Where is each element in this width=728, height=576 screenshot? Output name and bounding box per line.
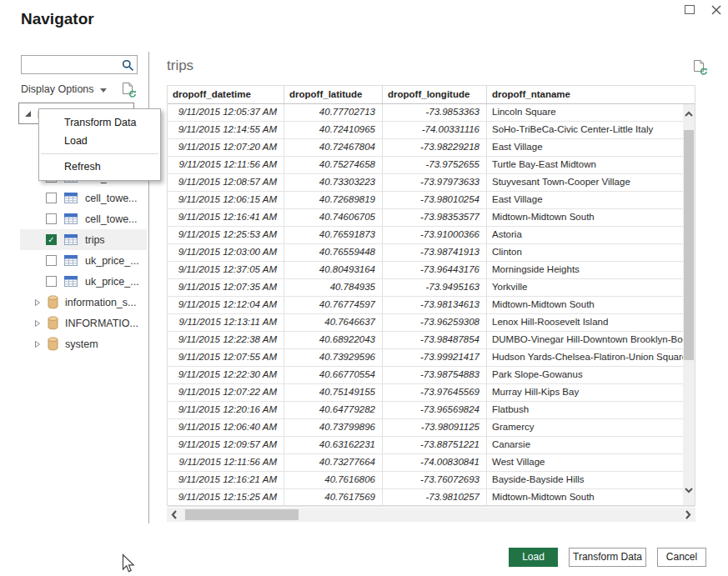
close-icon[interactable] (710, 3, 723, 17)
search-box[interactable] (21, 55, 138, 74)
vertical-scrollbar[interactable] (683, 104, 695, 505)
transform-data-button[interactable]: Transform Data (569, 548, 646, 567)
column-header-dropoff_latitude[interactable]: dropoff_latitude (284, 86, 383, 103)
column-header-dropoff_ntaname[interactable]: dropoff_ntaname (487, 86, 695, 103)
cell-dropoff_latitude: 40.75274658 (284, 157, 383, 173)
cell-dropoff_ntaname: East Village (487, 192, 685, 208)
table-row: 9/11/2015 12:08:57 AM40.73303223-73.9797… (168, 174, 695, 192)
cell-dropoff_longitude: -73.9752655 (383, 157, 487, 173)
table-row: 9/11/2015 12:11:56 AM40.75274658-73.9752… (168, 157, 695, 174)
cell-dropoff_datetime: 9/11/2015 12:07:22 AM (168, 384, 284, 401)
expand-icon[interactable] (34, 298, 41, 307)
cell-dropoff_longitude: -73.98353577 (383, 209, 487, 226)
cell-dropoff_longitude: -73.88751221 (383, 437, 487, 453)
load-button[interactable]: Load (509, 548, 558, 567)
checkbox[interactable] (46, 276, 57, 287)
table-icon (64, 234, 78, 245)
horizontal-scrollbar[interactable] (167, 508, 695, 522)
cell-dropoff_longitude: -73.9495163 (383, 279, 487, 296)
tree-item-label: uk_price_... (85, 276, 139, 288)
cell-dropoff_longitude: -73.96443176 (383, 262, 487, 278)
column-header-dropoff_longitude[interactable]: dropoff_longitude (383, 86, 487, 103)
cell-dropoff_latitude: 40.76559448 (284, 244, 383, 261)
tree-item-trips[interactable]: ✓ trips (20, 229, 147, 250)
chevron-down-icon (100, 88, 107, 93)
collapse-icon[interactable] (25, 111, 31, 117)
vertical-scroll-thumb[interactable] (684, 130, 694, 360)
table-row: 9/11/2015 12:13:11 AM40.7646637-73.96259… (168, 314, 695, 332)
tree-item-uk-price-[interactable]: uk_price_... (20, 250, 147, 271)
mouse-cursor (122, 553, 136, 573)
cell-dropoff_latitude: 40.63162231 (284, 437, 383, 453)
display-options-dropdown[interactable]: Display Options (21, 83, 107, 95)
cell-dropoff_datetime: 9/11/2015 12:11:56 AM (168, 454, 284, 471)
cancel-button[interactable]: Cancel (657, 548, 706, 567)
expand-icon[interactable] (34, 340, 41, 348)
cell-dropoff_latitude: 40.66770554 (284, 367, 383, 383)
checkbox[interactable] (46, 255, 57, 266)
navigator-tree: cell_towe... cell_towe... cell_towe...✓ … (20, 167, 147, 354)
checkbox[interactable] (46, 193, 57, 203)
menu-item-refresh[interactable]: Refresh (39, 158, 160, 176)
cell-dropoff_ntaname: Canarsie (487, 437, 685, 453)
scroll-down-icon[interactable] (684, 486, 694, 494)
table-icon (64, 255, 78, 266)
cell-dropoff_longitude: -73.9810257 (383, 489, 487, 506)
cell-dropoff_ntaname: Clinton (487, 244, 685, 261)
cell-dropoff_latitude: 40.72467804 (284, 139, 383, 156)
tree-item-information-s-[interactable]: information_s... (20, 292, 147, 313)
preview-table: dropoff_datetimedropoff_latitudedropoff_… (167, 85, 695, 506)
cell-dropoff_datetime: 9/11/2015 12:15:25 AM (168, 489, 284, 506)
search-icon[interactable] (122, 59, 134, 72)
table-icon (64, 276, 78, 287)
checkbox[interactable]: ✓ (46, 234, 57, 245)
menu-item-transform-data[interactable]: Transform Data (39, 113, 160, 132)
scroll-left-icon[interactable] (170, 509, 178, 520)
maximize-button[interactable] (685, 5, 695, 14)
cell-dropoff_datetime: 9/11/2015 12:06:40 AM (168, 419, 284, 436)
cell-dropoff_ntaname: Morningside Heights (487, 262, 685, 278)
tree-item-cell-towe-[interactable]: cell_towe... (20, 208, 147, 229)
scroll-right-icon[interactable] (684, 509, 692, 520)
tree-item-system[interactable]: system (20, 333, 147, 354)
tree-item-uk-price-[interactable]: uk_price_... (20, 271, 147, 292)
cell-dropoff_datetime: 9/11/2015 12:25:53 AM (168, 227, 284, 243)
table-row: 9/11/2015 12:07:55 AM40.73929596-73.9992… (168, 349, 695, 367)
expand-icon[interactable] (34, 319, 41, 328)
cell-dropoff_datetime: 9/11/2015 12:12:04 AM (168, 297, 284, 313)
menu-item-load[interactable]: Load (39, 132, 160, 150)
refresh-tree-icon[interactable] (122, 82, 137, 99)
table-row: 9/11/2015 12:25:53 AM40.76591873-73.9100… (168, 227, 695, 244)
cell-dropoff_datetime: 9/11/2015 12:06:15 AM (168, 192, 284, 208)
search-input[interactable] (25, 58, 118, 72)
cell-dropoff_longitude: -73.98487854 (383, 332, 487, 348)
refresh-preview-icon[interactable] (693, 59, 708, 77)
tree-item-label: trips (85, 234, 105, 246)
cell-dropoff_datetime: 9/11/2015 12:05:37 AM (168, 104, 284, 121)
column-header-dropoff_datetime[interactable]: dropoff_datetime (168, 86, 284, 103)
cell-dropoff_longitude: -73.96259308 (383, 314, 487, 331)
cell-dropoff_datetime: 9/11/2015 12:07:55 AM (168, 349, 284, 366)
tree-item-cell-towe-[interactable]: cell_towe... (20, 188, 147, 208)
cell-dropoff_latitude: 40.7616806 (284, 472, 383, 488)
cell-dropoff_datetime: 9/11/2015 12:20:16 AM (168, 402, 284, 418)
tree-item-informatio-[interactable]: INFORMATIO... (20, 313, 147, 333)
checkbox[interactable] (46, 213, 57, 224)
cell-dropoff_ntaname: Murray Hill-Kips Bay (487, 384, 685, 401)
cell-dropoff_longitude: -73.91000366 (383, 227, 487, 243)
menu-separator (41, 153, 158, 154)
cell-dropoff_ntaname: Stuyvesant Town-Cooper Village (487, 174, 685, 191)
horizontal-scroll-thumb[interactable] (185, 509, 299, 520)
cell-dropoff_longitude: -73.98754883 (383, 367, 487, 383)
database-icon (48, 295, 58, 309)
cell-dropoff_longitude: -73.97645569 (383, 384, 487, 401)
cell-dropoff_datetime: 9/11/2015 12:37:05 AM (168, 262, 284, 278)
table-row: 9/11/2015 12:07:35 AM40.784935-73.949516… (168, 279, 695, 297)
scroll-up-icon[interactable] (684, 110, 694, 118)
table-row: 9/11/2015 12:09:57 AM40.63162231-73.8875… (168, 437, 695, 454)
preview-table-body: 9/11/2015 12:05:37 AM40.77702713-73.9853… (168, 104, 695, 507)
cell-dropoff_latitude: 40.73799896 (284, 419, 383, 436)
table-row: 9/11/2015 12:22:30 AM40.66770554-73.9875… (168, 367, 695, 384)
cell-dropoff_datetime: 9/11/2015 12:11:56 AM (168, 157, 284, 173)
database-icon (48, 337, 58, 351)
